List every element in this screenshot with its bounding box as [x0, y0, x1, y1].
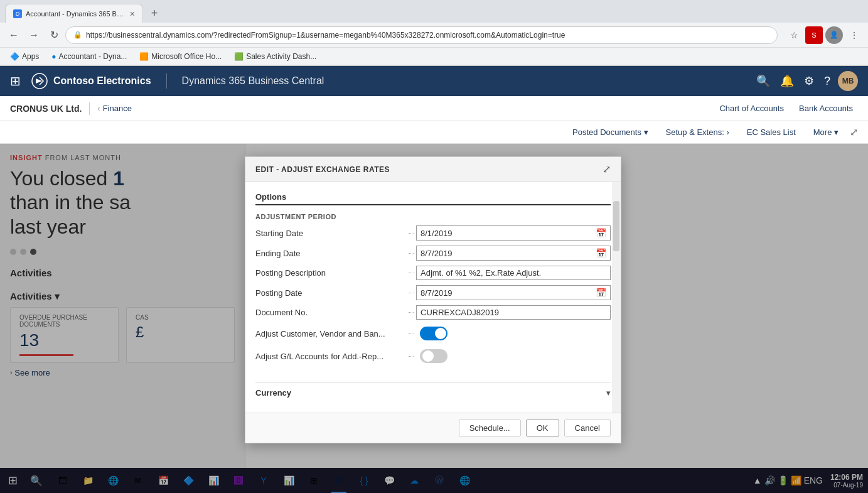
- top-nav: ⊞ Contoso Electronics Dynamics 365 Busin…: [0, 66, 868, 96]
- brand-logo: Contoso Electronics: [31, 72, 151, 90]
- adjust-customer-vendor-field: Adjust Customer, Vendor and Ban...: [255, 325, 611, 342]
- nav-icons: 🔍 🔔 ⚙ ? MB: [754, 71, 858, 91]
- bookmark-sales-label: Sales Activity Dash...: [246, 52, 316, 61]
- bookmarks-bar: 🔷 Apps ● Accountant - Dyna... 🟧 Microsof…: [0, 48, 868, 65]
- ending-date-calendar-icon[interactable]: 📅: [596, 248, 606, 258]
- url-text: https://businesscentral.dynamics.com/?re…: [86, 31, 769, 40]
- bookmark-accountant-icon: ●: [51, 52, 56, 61]
- posting-date-label: Posting Date: [255, 288, 406, 298]
- posting-description-input[interactable]: [416, 266, 611, 280]
- platform-name: Dynamics 365 Business Central: [182, 75, 324, 87]
- modal-title: EDIT - ADJUST EXCHANGE RATES: [255, 165, 390, 174]
- browser-chrome: D Accountant - Dynamics 365 Bus... × + ←…: [0, 0, 868, 66]
- help-icon[interactable]: ?: [822, 72, 833, 90]
- starting-date-value[interactable]: [421, 229, 596, 238]
- bookmark-sales-icon: 🟩: [234, 52, 244, 61]
- more-link[interactable]: More ▾: [807, 125, 845, 139]
- tab-close-button[interactable]: ×: [130, 9, 135, 19]
- bookmark-accountant[interactable]: ● Accountant - Dyna...: [46, 51, 132, 62]
- modal-options-title: Options: [255, 192, 611, 205]
- app-container: ⊞ Contoso Electronics Dynamics 365 Busin…: [0, 66, 868, 493]
- starting-date-calendar-icon[interactable]: 📅: [596, 228, 606, 238]
- posted-documents-link[interactable]: Posted Documents ▾: [566, 125, 654, 139]
- menu-button[interactable]: ⋮: [845, 26, 863, 44]
- bookmark-apps[interactable]: 🔷 Apps: [5, 51, 44, 62]
- currency-section-header[interactable]: Currency ▾: [255, 382, 611, 403]
- bookmark-office[interactable]: 🟧 Microsoft Office Ho...: [134, 51, 227, 62]
- lock-icon: 🔒: [73, 31, 82, 39]
- cancel-button[interactable]: Cancel: [564, 420, 611, 436]
- forward-button[interactable]: →: [25, 26, 43, 44]
- posting-date-field: Posting Date 📅: [255, 285, 611, 300]
- ending-date-value[interactable]: [421, 249, 596, 258]
- currency-chevron-icon: ▾: [606, 388, 611, 398]
- posting-description-value[interactable]: [421, 268, 606, 278]
- secondary-nav-links: Chart of Accounts Bank Accounts: [714, 101, 858, 116]
- settings-icon[interactable]: ⚙: [801, 72, 817, 90]
- ending-date-input[interactable]: 📅: [416, 246, 611, 261]
- posting-description-label: Posting Description: [255, 268, 406, 278]
- address-bar[interactable]: 🔒 https://businesscentral.dynamics.com/?…: [65, 26, 778, 44]
- modal-footer: Schedule... OK Cancel: [245, 413, 621, 443]
- modal-scrollbar[interactable]: [612, 182, 621, 413]
- user-avatar[interactable]: MB: [838, 71, 858, 91]
- modal-scrollbar-thumb[interactable]: [613, 201, 619, 251]
- search-icon[interactable]: 🔍: [754, 72, 773, 90]
- adjust-gl-accounts-field: Adjust G/L Accounts for Add.-Rep...: [255, 347, 611, 365]
- bookmark-accountant-label: Accountant - Dyna...: [59, 52, 127, 61]
- adjust-customer-vendor-toggle[interactable]: [420, 327, 447, 340]
- starting-date-field: Starting Date 📅: [255, 225, 611, 241]
- document-no-field: Document No.: [255, 305, 611, 320]
- modal-body: Options ADJUSTMENT PERIOD Starting Date …: [245, 182, 621, 413]
- posting-description-field: Posting Description: [255, 266, 611, 280]
- breadcrumb-finance[interactable]: Finance: [103, 104, 132, 113]
- back-button[interactable]: ←: [5, 26, 23, 44]
- bookmark-office-icon: 🟧: [139, 52, 149, 61]
- third-nav-end: Posted Documents ▾ Setup & Extens: › EC …: [566, 125, 858, 139]
- chart-of-accounts-link[interactable]: Chart of Accounts: [714, 101, 789, 116]
- profile-button[interactable]: 👤: [825, 26, 843, 44]
- extension-button[interactable]: S: [805, 26, 823, 44]
- dynamics-logo-icon: [31, 72, 48, 90]
- third-nav: Posted Documents ▾ Setup & Extens: › EC …: [0, 121, 868, 144]
- secondary-nav: CRONUS UK Ltd. ‹ Finance Chart of Accoun…: [0, 96, 868, 121]
- ec-sales-list-link[interactable]: EC Sales List: [741, 125, 802, 139]
- browser-tab-bar: D Accountant - Dynamics 365 Bus... × +: [0, 0, 868, 23]
- tab-favicon: D: [13, 9, 22, 18]
- modal-dialog: EDIT - ADJUST EXCHANGE RATES ⤢ Options A…: [245, 156, 621, 443]
- setup-extensions-link[interactable]: Setup & Extens: ›: [660, 125, 736, 139]
- posting-date-input[interactable]: 📅: [416, 285, 611, 300]
- company-name: CRONUS UK Ltd.: [10, 104, 82, 114]
- adjust-customer-vendor-label: Adjust Customer, Vendor and Ban...: [255, 329, 406, 339]
- new-tab-button[interactable]: +: [146, 4, 163, 22]
- browser-actions: ☆ S 👤 ⋮: [785, 26, 863, 44]
- document-no-input[interactable]: [416, 305, 611, 320]
- bookmark-star-button[interactable]: ☆: [785, 26, 803, 44]
- notification-icon[interactable]: 🔔: [778, 72, 796, 90]
- currency-section-label: Currency: [255, 388, 291, 398]
- ending-date-field: Ending Date 📅: [255, 246, 611, 261]
- adjust-gl-accounts-toggle[interactable]: [420, 349, 447, 363]
- document-no-value[interactable]: [421, 308, 606, 317]
- bookmark-apps-label: Apps: [22, 52, 39, 61]
- waffle-menu-button[interactable]: ⊞: [10, 73, 21, 89]
- bank-accounts-link[interactable]: Bank Accounts: [794, 101, 858, 116]
- modal-expand-button[interactable]: ⤢: [603, 163, 611, 175]
- posting-date-calendar-icon[interactable]: 📅: [596, 288, 606, 298]
- expand-icon[interactable]: ⤢: [850, 126, 858, 138]
- reload-button[interactable]: ↻: [45, 26, 63, 44]
- starting-date-label: Starting Date: [255, 229, 406, 238]
- breadcrumb-arrow: ‹: [97, 104, 100, 113]
- avatar-initials: MB: [842, 77, 854, 85]
- modal-adjustment-period-label: ADJUSTMENT PERIOD: [255, 213, 611, 220]
- browser-controls: ← → ↻ 🔒 https://businesscentral.dynamics…: [0, 23, 868, 48]
- bookmark-apps-icon: 🔷: [10, 52, 19, 61]
- browser-tab-active[interactable]: D Accountant - Dynamics 365 Bus... ×: [5, 4, 143, 23]
- brand-name: Contoso Electronics: [53, 75, 151, 87]
- ok-button[interactable]: OK: [526, 420, 559, 436]
- posting-date-value[interactable]: [421, 288, 596, 298]
- starting-date-input[interactable]: 📅: [416, 225, 611, 241]
- bookmark-sales[interactable]: 🟩 Sales Activity Dash...: [229, 51, 321, 62]
- modal-header: EDIT - ADJUST EXCHANGE RATES ⤢: [245, 157, 621, 182]
- schedule-button[interactable]: Schedule...: [459, 420, 521, 436]
